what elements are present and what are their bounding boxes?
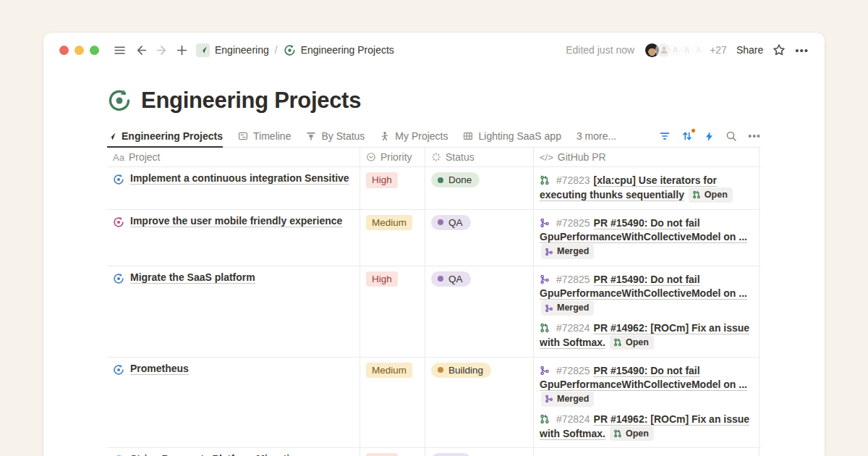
status-cell[interactable]: QA: [425, 448, 534, 456]
tab-lighting-saas-app[interactable]: Lighting SaaS app: [463, 125, 561, 147]
breadcrumb-separator: /: [275, 44, 278, 56]
workspace-dart-icon[interactable]: [196, 43, 210, 57]
sort-icon[interactable]: [681, 130, 693, 142]
pr-open-icon: [540, 414, 550, 424]
table-row: Implement a continuous integration Sensi…: [107, 167, 761, 210]
pr-status-badge: Merged: [541, 244, 594, 258]
pr-entry[interactable]: #72823[xla:cpu] Use iterators for execut…: [540, 174, 752, 203]
sort-active-badge: [691, 128, 696, 133]
tab-by-status[interactable]: By Status: [306, 125, 365, 147]
status-cell[interactable]: QA: [425, 266, 534, 357]
person-icon: [380, 131, 390, 141]
pr-badge-label: Open: [626, 337, 649, 349]
project-title[interactable]: Improve the user mobile friendly experie…: [130, 215, 342, 227]
page-title[interactable]: Engineering Projects: [141, 88, 361, 114]
tab-engineering-projects[interactable]: Engineering Projects: [107, 125, 223, 147]
pr-entry[interactable]: #72825PR #15490: Do not fail GpuPerforma…: [540, 216, 752, 259]
column-header-priority[interactable]: Priority: [360, 148, 425, 166]
tab-label: By Status: [321, 130, 365, 142]
project-cell[interactable]: Migrate the SaaS platform: [107, 266, 360, 357]
column-header-github-pr[interactable]: </> GitHub PR: [534, 148, 760, 166]
project-cell[interactable]: Stripe Payments Platform Migration: [107, 448, 360, 456]
page-icon[interactable]: [107, 88, 132, 113]
close-window-button[interactable]: [59, 46, 69, 55]
project-page-icon: [113, 273, 124, 284]
pr-number: #72824: [556, 322, 590, 334]
status-cell[interactable]: Done: [425, 167, 534, 209]
pr-badge-label: Open: [705, 189, 728, 201]
new-page-icon[interactable]: [173, 41, 190, 59]
back-icon[interactable]: [132, 41, 150, 59]
github-pr-cell[interactable]: #72825PR #15490: Do not fail GpuPerforma…: [534, 448, 760, 456]
zoom-window-button[interactable]: [90, 46, 99, 55]
status-pill: Building: [431, 363, 491, 378]
search-icon[interactable]: [726, 130, 737, 142]
pr-entry[interactable]: #72825PR #15490: Do not fail GpuPerforma…: [540, 273, 752, 316]
favorite-star-icon[interactable]: [773, 43, 786, 56]
automation-lightning-icon[interactable]: [704, 131, 715, 142]
pr-open-icon: [540, 175, 550, 185]
github-pr-cell[interactable]: #72825PR #15490: Do not fail GpuPerforma…: [534, 266, 760, 357]
project-title[interactable]: Migrate the SaaS platform: [130, 271, 255, 283]
status-pill: QA: [431, 271, 471, 287]
more-options-icon[interactable]: •••: [795, 44, 809, 56]
status-pill: QA: [431, 453, 471, 456]
github-pr-cell[interactable]: #72823[xla:cpu] Use iterators for execut…: [534, 167, 760, 209]
forward-icon[interactable]: [153, 41, 170, 59]
project-title[interactable]: Stripe Payments Platform Migration: [130, 453, 302, 456]
priority-pill: Medium: [366, 215, 412, 231]
project-cell[interactable]: Implement a continuous integration Sensi…: [107, 167, 360, 209]
status-cell[interactable]: Building: [425, 358, 534, 448]
status-pill: QA: [431, 215, 471, 230]
project-cell[interactable]: Prometheus: [107, 358, 360, 448]
window-topbar: Engineering / Engineering Projects Edite…: [43, 33, 825, 67]
share-button[interactable]: Share: [736, 44, 763, 56]
breadcrumb: Engineering / Engineering Projects: [196, 43, 394, 57]
status-cell[interactable]: QA: [425, 210, 534, 266]
status-dot: [438, 367, 443, 373]
breadcrumb-page[interactable]: Engineering Projects: [301, 44, 394, 56]
avatar-overflow-count[interactable]: +27: [710, 44, 727, 56]
more-views-button[interactable]: 3 more...: [576, 130, 616, 142]
column-header-status[interactable]: Status: [425, 148, 534, 166]
tab-timeline[interactable]: Timeline: [238, 125, 291, 147]
filter-icon[interactable]: [659, 130, 671, 142]
view-options-icon[interactable]: •••: [748, 130, 761, 142]
avatar-stack[interactable]: A A A +27: [644, 42, 727, 59]
pr-badge-label: Merged: [557, 245, 589, 258]
pr-badge-label: Open: [626, 428, 649, 440]
breadcrumb-workspace[interactable]: Engineering: [215, 44, 269, 56]
project-cell[interactable]: Improve the user mobile friendly experie…: [107, 210, 360, 266]
view-tabs-bar: Engineering Projects Timeline By Status …: [107, 125, 761, 148]
board-icon: [306, 131, 316, 141]
priority-cell[interactable]: Medium: [360, 358, 425, 448]
priority-cell[interactable]: High: [360, 266, 425, 357]
project-title[interactable]: Implement a continuous integration Sensi…: [130, 172, 349, 184]
tab-label: My Projects: [395, 130, 448, 142]
priority-cell[interactable]: Medium: [360, 210, 425, 266]
priority-pill: High: [366, 453, 398, 456]
column-header-project[interactable]: Aa Project: [107, 148, 360, 166]
pr-status-badge: Merged: [541, 300, 594, 315]
status-dot: [438, 177, 443, 183]
table-body: Implement a continuous integration Sensi…: [107, 167, 761, 456]
pr-entry[interactable]: #72824PR #14962: [ROCm] Fix an issue wit…: [540, 413, 752, 442]
page-sync-icon: [284, 44, 296, 56]
pr-entry[interactable]: #72825PR #15490: Do not fail GpuPerforma…: [540, 364, 752, 407]
column-label: Project: [129, 151, 161, 163]
sidebar-toggle-icon[interactable]: [111, 41, 128, 59]
pr-entry[interactable]: #72824PR #14962: [ROCm] Fix an issue wit…: [540, 321, 752, 350]
select-property-icon: [366, 152, 376, 162]
pr-number: #72824: [556, 413, 590, 425]
github-pr-cell[interactable]: #72825PR #15490: Do not fail GpuPerforma…: [534, 358, 760, 448]
pr-number: #72825: [556, 217, 590, 229]
tab-my-projects[interactable]: My Projects: [380, 125, 448, 147]
priority-cell[interactable]: High: [360, 167, 425, 209]
status-property-icon: [431, 152, 441, 162]
github-pr-cell[interactable]: #72825PR #15490: Do not fail GpuPerforma…: [534, 210, 760, 266]
table-row: Prometheus Medium Building #72825PR #154…: [107, 358, 761, 449]
table-row: Stripe Payments Platform Migration High …: [107, 448, 761, 456]
minimize-window-button[interactable]: [75, 46, 84, 55]
priority-cell[interactable]: High: [360, 448, 425, 456]
project-title[interactable]: Prometheus: [130, 363, 189, 374]
